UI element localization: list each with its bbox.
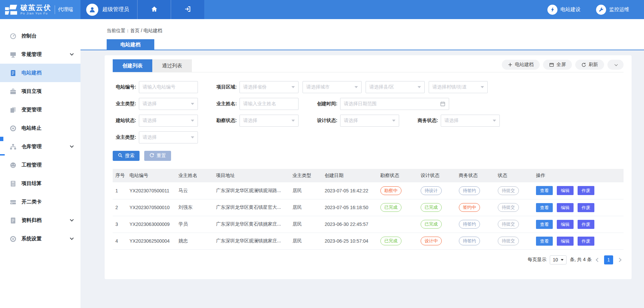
business-status-badge: 待签约 (459, 220, 480, 229)
search-button[interactable]: 搜索 (113, 151, 140, 161)
sidebar-item-data-archive[interactable]: 资料归档 (0, 211, 80, 230)
quick-link-lightning[interactable]: 电站建设 (547, 5, 581, 15)
sidebar-item-second-type-card[interactable]: 开二类卡 (0, 193, 80, 211)
view-button[interactable]: 查看 (536, 186, 553, 195)
home-button[interactable] (137, 0, 171, 19)
cell-station-no: YX2023070500011 (127, 182, 176, 199)
page-number-current[interactable]: 1 (604, 255, 613, 264)
user-name: 超级管理员 (102, 6, 129, 13)
filter-date-range[interactable]: 请选择日期范围 (340, 98, 449, 110)
void-button[interactable]: 作废 (578, 220, 594, 229)
edit-button[interactable]: 编辑 (557, 186, 574, 195)
breadcrumb-strip: 当前位置：首页 / 电站建档 电站建档 (80, 19, 644, 50)
filter-label: 业主类型: (113, 101, 139, 107)
reset-button-label: 重置 (157, 153, 166, 159)
void-button[interactable]: 作废 (578, 237, 594, 246)
cell-owner-type: 居民 (290, 233, 322, 249)
edit-button[interactable]: 编辑 (557, 220, 574, 229)
filter-select[interactable]: 请选择 (340, 115, 399, 127)
toolbar-plus-button[interactable]: 电站建档 (502, 60, 540, 70)
next-page-button[interactable] (617, 258, 622, 262)
breadcrumb-path[interactable]: 首页 / 电站建档 (130, 28, 162, 33)
filter-input[interactable]: 请输入业主姓名 (239, 98, 299, 110)
page-tab-station-archive[interactable]: 电站建档 (107, 39, 154, 50)
void-button[interactable]: 作废 (578, 186, 594, 195)
reset-button[interactable]: 重置 (144, 151, 171, 161)
filter-select[interactable]: 请选择 (139, 98, 198, 110)
cell-status: 待提交 (495, 199, 533, 216)
cell-business-status: 待签约 (456, 233, 495, 249)
filter-select[interactable]: 请选择县/区 (366, 81, 425, 93)
filter-select[interactable]: 请选择 (139, 115, 198, 127)
filter-label: 业主类型: (113, 134, 139, 140)
briefcase-icon (10, 88, 16, 95)
view-button[interactable]: 查看 (536, 220, 553, 229)
filter-select[interactable]: 请选择省份 (239, 81, 299, 93)
cell-index: 2 (113, 199, 127, 216)
filter-select[interactable]: 请选择 (441, 115, 500, 127)
toolbar-fullscreen-button[interactable]: 全屏 (543, 60, 572, 70)
sidebar-item-station-archive[interactable]: 电站建档 (0, 64, 80, 82)
breadcrumb-label: 当前位置： (107, 28, 130, 33)
survey-status-badge: 勘察中 (380, 186, 401, 195)
design-status-badge: 已完成 (421, 203, 442, 212)
sidebar-item-console[interactable]: 控制台 (0, 27, 80, 45)
brand-logo: 破茧云伏 Po Jian Yun Fu 代理端 (0, 0, 80, 19)
filter-label: 建站状态: (113, 118, 139, 124)
toolbar-button-label: 全屏 (556, 62, 566, 68)
sidebar-item-general-management[interactable]: 常规管理 (0, 45, 80, 64)
logout-button[interactable] (171, 0, 204, 19)
filter-input[interactable]: 请输入电站编号 (139, 81, 198, 93)
quick-link-wrench[interactable]: 监控运维 (596, 5, 629, 15)
brand-subtitle: Po Jian Yun Fu (20, 12, 51, 15)
sidebar-item-change-management[interactable]: 变更管理 (0, 101, 80, 119)
cell-index: 1 (113, 182, 127, 199)
filter-select[interactable]: 请选择村镇/街道 (429, 81, 488, 93)
breadcrumb: 当前位置：首页 / 电站建档 (107, 28, 162, 34)
sidebar-item-warehouse-management[interactable]: 仓库管理 (0, 137, 80, 156)
cell-index: 4 (113, 233, 127, 249)
sidebar-item-station-termination[interactable]: 电站终止 (0, 119, 80, 137)
panel-toolbar: 电站建档 全屏 刷新 (502, 60, 624, 72)
search-button-label: 搜索 (125, 153, 135, 159)
filter-select[interactable]: 请选择 (239, 115, 299, 127)
sidebar-indicator-line (0, 154, 5, 156)
chevron-down-icon (481, 86, 484, 88)
list-tabbar: 创建列表通过列表 电站建档 全屏 刷新 (113, 59, 624, 72)
sidebar-item-engineering[interactable]: 工程管理 (0, 156, 80, 174)
column-header: 电站编号 (127, 169, 176, 182)
copy-icon (10, 107, 16, 113)
column-header: 序号 (113, 169, 127, 182)
tab-create-list[interactable]: 创建列表 (113, 59, 152, 72)
sidebar-item-project-initiation[interactable]: 项目立项 (0, 82, 80, 101)
brand-tag: 代理端 (58, 6, 73, 13)
logout-icon (184, 6, 191, 14)
brand-title: 破茧云伏 (20, 4, 51, 11)
sidebar-item-label: 工程管理 (21, 162, 42, 168)
sidebar-item-label: 电站终止 (21, 125, 42, 131)
sidebar-item-project-settlement[interactable]: 项目结算 (0, 174, 80, 193)
edit-button[interactable]: 编辑 (557, 203, 574, 212)
prev-page-button[interactable] (596, 258, 600, 262)
per-page-select[interactable]: 10 (550, 255, 567, 264)
tab-approved-list[interactable]: 通过列表 (152, 59, 192, 72)
view-button[interactable]: 查看 (536, 203, 553, 212)
cell-status: 待提交 (495, 216, 533, 233)
sitemap-icon (10, 143, 16, 150)
business-status-badge: 待签约 (459, 186, 480, 195)
toolbar-refresh-button[interactable]: 刷新 (575, 60, 604, 70)
edit-button[interactable]: 编辑 (557, 237, 574, 246)
cell-owner-name: 学员 (176, 216, 213, 233)
void-button[interactable]: 作废 (578, 203, 594, 212)
calculator-icon (10, 180, 16, 187)
fullscreen-icon (549, 62, 554, 67)
cell-business-status: 待签约 (456, 182, 495, 199)
cell-address: 广东深圳龙华区观澜镇姚家庄... (213, 233, 290, 249)
filter-select[interactable]: 请选择 (139, 131, 198, 143)
filter-select[interactable]: 请选择城市 (303, 81, 362, 93)
user-menu[interactable]: 超级管理员 (80, 0, 137, 19)
cell-owner-type: 居民 (290, 182, 322, 199)
sidebar-item-system-settings[interactable]: 系统设置 (0, 230, 80, 248)
view-button[interactable]: 查看 (536, 237, 553, 246)
toolbar-collapse-button[interactable] (607, 60, 624, 70)
